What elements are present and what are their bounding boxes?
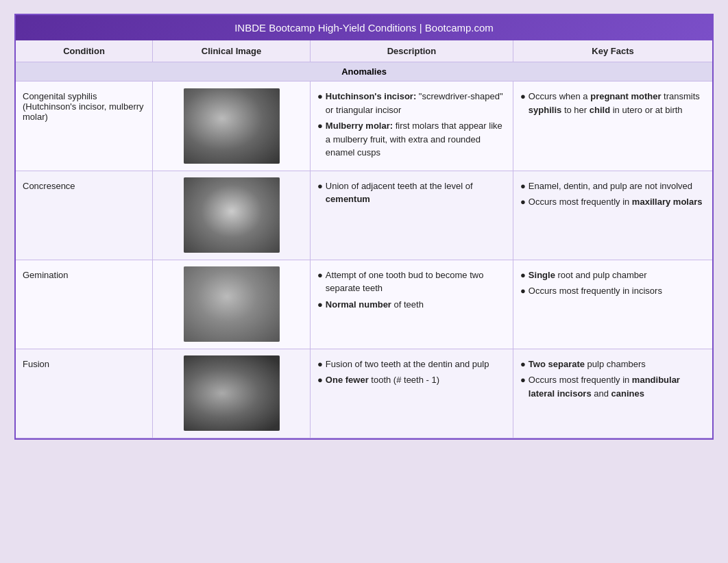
- title-text: INBDE Bootcamp High-Yield Conditions | B…: [234, 22, 494, 34]
- clinical-image: [184, 177, 280, 253]
- header-key-facts: Key Facts: [513, 40, 712, 62]
- condition-cell: Gemination: [16, 260, 153, 349]
- key-fact-item: ●Occurs most frequently in maxillary mol…: [520, 195, 705, 209]
- table-row: Concresence●Union of adjacent teeth at t…: [16, 171, 712, 260]
- title-bar: INBDE Bootcamp High-Yield Conditions | B…: [16, 15, 712, 40]
- description-item: ●Fusion of two teeth at the dentin and p…: [317, 358, 506, 371]
- condition-cell: Congenital syphilis (Hutchinson's inciso…: [16, 82, 153, 171]
- key-fact-item: ●Single root and pulp chamber: [520, 268, 705, 282]
- description-item: ●Attempt of one tooth bud to become two …: [317, 268, 506, 295]
- main-table: INBDE Bootcamp High-Yield Conditions | B…: [14, 14, 714, 440]
- description-item: ●Normal number of teeth: [317, 298, 506, 312]
- description-cell: ●Fusion of two teeth at the dentin and p…: [311, 349, 513, 438]
- key-facts-cell: ●Single root and pulp chamber●Occurs mos…: [513, 260, 712, 349]
- clinical-image: [184, 355, 280, 431]
- description-item: ●One fewer tooth (# teeth - 1): [317, 373, 506, 387]
- condition-cell: Fusion: [16, 349, 153, 438]
- section-label: Anomalies: [16, 62, 712, 82]
- clinical-image: [184, 88, 280, 164]
- image-cell: [153, 82, 311, 171]
- image-cell: [153, 171, 311, 260]
- description-cell: ●Union of adjacent teeth at the level of…: [311, 171, 513, 260]
- header-description: Description: [311, 40, 513, 62]
- rows-container: Congenital syphilis (Hutchinson's inciso…: [16, 82, 712, 438]
- description-cell: ●Attempt of one tooth bud to become two …: [311, 260, 513, 349]
- header-clinical-image: Clinical Image: [153, 40, 311, 62]
- description-cell: ●Hutchinson's incisor: "screwdriver-shap…: [311, 82, 513, 171]
- description-item: ●Union of adjacent teeth at the level of…: [317, 179, 506, 206]
- key-facts-cell: ●Two separate pulp chambers●Occurs most …: [513, 349, 712, 438]
- condition-cell: Concresence: [16, 171, 153, 260]
- description-item: ●Hutchinson's incisor: "screwdriver-shap…: [317, 90, 506, 116]
- key-facts-cell: ●Occurs when a pregnant mother transmits…: [513, 82, 712, 171]
- key-fact-item: ●Enamel, dentin, and pulp are not involv…: [520, 179, 705, 193]
- header-row: Condition Clinical Image Description Key…: [16, 40, 712, 62]
- key-facts-cell: ●Enamel, dentin, and pulp are not involv…: [513, 171, 712, 260]
- header-condition: Condition: [16, 40, 153, 62]
- key-fact-item: ●Occurs most frequently in incisors: [520, 284, 705, 298]
- key-fact-item: ●Occurs when a pregnant mother transmits…: [520, 90, 705, 116]
- image-cell: [153, 260, 311, 349]
- image-cell: [153, 349, 311, 438]
- table-row: Fusion●Fusion of two teeth at the dentin…: [16, 349, 712, 438]
- description-item: ●Mulberry molar: first molars that appea…: [317, 119, 506, 160]
- key-fact-item: ●Occurs most frequently in mandibular la…: [520, 373, 705, 400]
- table-row: Gemination●Attempt of one tooth bud to b…: [16, 260, 712, 349]
- clinical-image: [184, 266, 280, 342]
- table-row: Congenital syphilis (Hutchinson's inciso…: [16, 82, 712, 171]
- key-fact-item: ●Two separate pulp chambers: [520, 358, 705, 371]
